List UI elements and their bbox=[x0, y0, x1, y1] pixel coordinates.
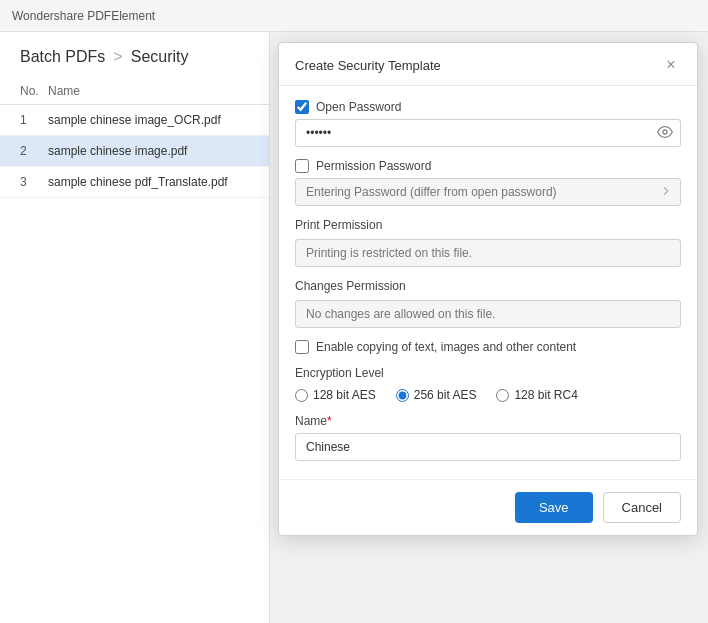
file-row[interactable]: 2 sample chinese image.pdf bbox=[0, 136, 269, 167]
changes-permission-input[interactable] bbox=[295, 300, 681, 328]
file-row-no: 3 bbox=[0, 175, 40, 189]
permission-password-input-wrapper bbox=[295, 178, 681, 206]
copy-content-label: Enable copying of text, images and other… bbox=[316, 340, 576, 354]
col-header-name: Name bbox=[40, 84, 269, 98]
print-permission-label: Print Permission bbox=[295, 218, 681, 232]
app-title: Wondershare PDFElement bbox=[12, 9, 155, 23]
open-password-section: Open Password bbox=[295, 100, 681, 147]
col-header-no: No. bbox=[0, 84, 40, 98]
encryption-option-128aes[interactable]: 128 bit AES bbox=[295, 388, 376, 402]
print-permission-input[interactable] bbox=[295, 239, 681, 267]
encryption-radio-128aes[interactable] bbox=[295, 389, 308, 402]
print-permission-section: Print Permission bbox=[295, 218, 681, 267]
breadcrumb: Batch PDFs > Security bbox=[0, 32, 269, 78]
dialog-body: Open Password bbox=[279, 86, 697, 475]
file-row[interactable]: 3 sample chinese pdf_Translate.pdf bbox=[0, 167, 269, 198]
encryption-option-label-256aes: 256 bit AES bbox=[414, 388, 477, 402]
open-password-label: Open Password bbox=[316, 100, 401, 114]
file-table-header: No. Name bbox=[0, 78, 269, 105]
permission-password-label: Permission Password bbox=[316, 159, 431, 173]
open-password-checkbox-row: Open Password bbox=[295, 100, 681, 114]
name-section: Name* bbox=[295, 414, 681, 461]
save-button[interactable]: Save bbox=[515, 492, 593, 523]
permission-password-checkbox[interactable] bbox=[295, 159, 309, 173]
file-row[interactable]: 1 sample chinese image_OCR.pdf bbox=[0, 105, 269, 136]
dialog-close-button[interactable]: × bbox=[661, 55, 681, 75]
changes-permission-label: Changes Permission bbox=[295, 279, 681, 293]
encryption-level-section: Encryption Level 128 bit AES 256 bit AES… bbox=[295, 366, 681, 402]
encryption-level-label: Encryption Level bbox=[295, 366, 681, 380]
encryption-radio-128rc4[interactable] bbox=[496, 389, 509, 402]
permission-password-input[interactable] bbox=[295, 178, 681, 206]
template-name-input[interactable] bbox=[295, 433, 681, 461]
encryption-option-label-128aes: 128 bit AES bbox=[313, 388, 376, 402]
copy-content-row: Enable copying of text, images and other… bbox=[295, 340, 681, 354]
encryption-radio-group: 128 bit AES 256 bit AES 128 bit RC4 bbox=[295, 388, 681, 402]
permission-password-checkbox-row: Permission Password bbox=[295, 159, 681, 173]
dialog-title: Create Security Template bbox=[295, 58, 441, 73]
main-layout: Batch PDFs > Security No. Name 1 sample … bbox=[0, 32, 708, 623]
svg-point-0 bbox=[663, 130, 667, 134]
cancel-button[interactable]: Cancel bbox=[603, 492, 681, 523]
open-password-input[interactable] bbox=[295, 119, 681, 147]
file-row-no: 2 bbox=[0, 144, 40, 158]
permission-password-section: Permission Password bbox=[295, 159, 681, 206]
dialog-footer: Save Cancel bbox=[279, 479, 697, 535]
changes-permission-section: Changes Permission bbox=[295, 279, 681, 328]
open-password-checkbox[interactable] bbox=[295, 100, 309, 114]
encryption-option-256aes[interactable]: 256 bit AES bbox=[396, 388, 477, 402]
name-label: Name* bbox=[295, 414, 681, 428]
breadcrumb-parent: Batch PDFs bbox=[20, 48, 105, 66]
encryption-option-128rc4[interactable]: 128 bit RC4 bbox=[496, 388, 577, 402]
encryption-radio-256aes[interactable] bbox=[396, 389, 409, 402]
dialog-title-bar: Create Security Template × bbox=[279, 43, 697, 86]
file-row-no: 1 bbox=[0, 113, 40, 127]
title-bar: Wondershare PDFElement bbox=[0, 0, 708, 32]
security-template-dialog: Create Security Template × Open Password bbox=[278, 42, 698, 536]
file-row-name: sample chinese image_OCR.pdf bbox=[40, 113, 269, 127]
encryption-option-label-128rc4: 128 bit RC4 bbox=[514, 388, 577, 402]
file-row-name: sample chinese image.pdf bbox=[40, 144, 269, 158]
left-panel: Batch PDFs > Security No. Name 1 sample … bbox=[0, 32, 270, 623]
file-list: 1 sample chinese image_OCR.pdf 2 sample … bbox=[0, 105, 269, 198]
copy-content-checkbox[interactable] bbox=[295, 340, 309, 354]
open-password-input-wrapper bbox=[295, 119, 681, 147]
permission-arrow-icon bbox=[659, 184, 673, 201]
breadcrumb-current: Security bbox=[131, 48, 189, 66]
password-toggle-icon[interactable] bbox=[657, 124, 673, 143]
breadcrumb-separator: > bbox=[113, 48, 122, 66]
required-marker: * bbox=[327, 414, 332, 428]
file-row-name: sample chinese pdf_Translate.pdf bbox=[40, 175, 269, 189]
